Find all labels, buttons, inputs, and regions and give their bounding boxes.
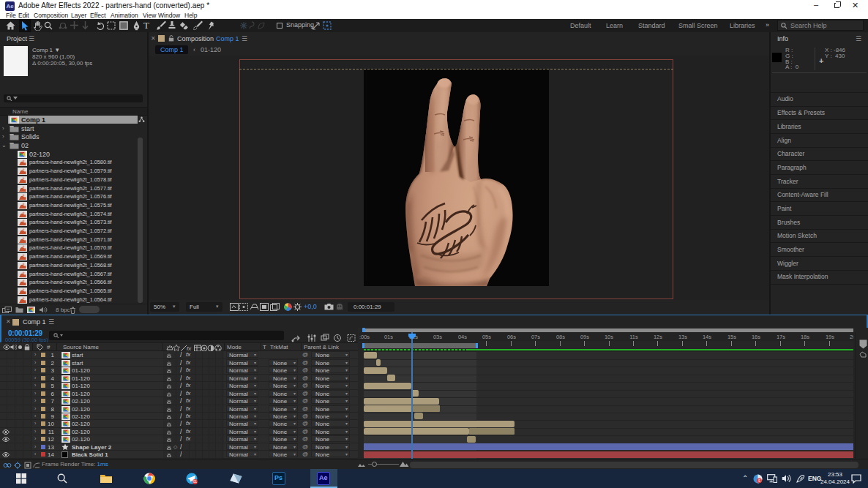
- svg-text:S: S: [758, 479, 760, 483]
- svg-text:01: 01: [193, 480, 198, 484]
